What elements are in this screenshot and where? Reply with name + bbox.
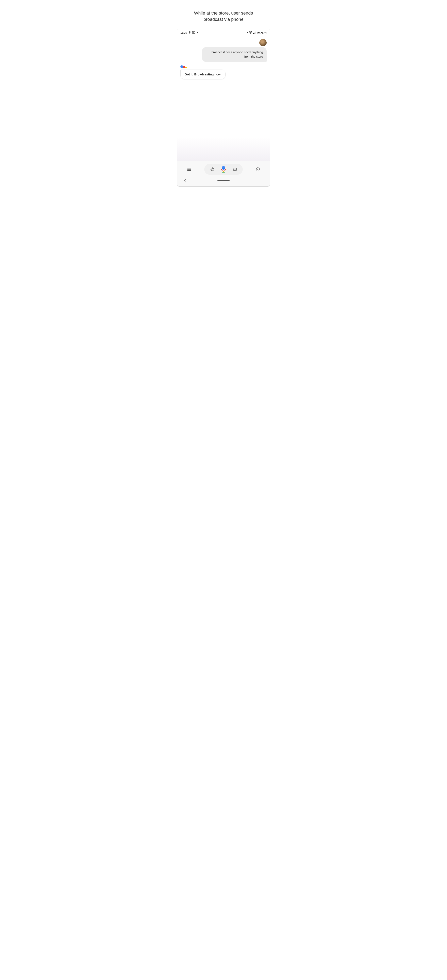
- email-icon: [192, 31, 195, 34]
- menu-icon: [187, 167, 191, 172]
- system-nav: [177, 177, 270, 185]
- status-right: 57%: [247, 31, 267, 35]
- back-arrow-icon: [184, 179, 187, 183]
- dot-blue: [180, 65, 183, 68]
- page-title: While at the store, user sends broadcast…: [194, 10, 253, 23]
- compass-icon: [256, 167, 260, 172]
- keyboard-icon-button[interactable]: [231, 165, 239, 173]
- user-message-bubble: broadcast does anyone need anything from…: [202, 47, 267, 62]
- dot-red: [183, 66, 185, 68]
- svg-rect-6: [187, 169, 191, 169]
- battery-icon: [257, 32, 261, 34]
- chat-area: broadcast does anyone need anything from…: [177, 36, 270, 137]
- bottom-gradient: [177, 137, 270, 161]
- notification-dot: [197, 32, 198, 33]
- signal-dot: [247, 32, 248, 33]
- assistant-message-container: Got it. Broadcasting now.: [180, 65, 267, 79]
- location-icon: [189, 31, 191, 34]
- microphone-button[interactable]: [219, 165, 228, 173]
- mic-pill: [204, 164, 243, 175]
- lens-icon-button[interactable]: [208, 165, 216, 173]
- svg-point-9: [212, 169, 213, 170]
- svg-rect-7: [187, 170, 191, 170]
- microphone-icon: [221, 165, 226, 173]
- assistant-message-text: Got it. Broadcasting now.: [185, 73, 221, 76]
- signal-bars-icon: [253, 31, 256, 35]
- svg-rect-17: [222, 168, 225, 169]
- lens-icon: [210, 167, 215, 172]
- status-bar: 11:20: [177, 29, 270, 36]
- home-pill[interactable]: [217, 180, 230, 181]
- avatar-image: [259, 39, 267, 46]
- svg-rect-5: [187, 168, 191, 168]
- svg-rect-1: [253, 33, 254, 34]
- battery-percent: 57%: [262, 31, 267, 34]
- wifi-icon: [249, 31, 252, 35]
- back-button[interactable]: [181, 178, 189, 184]
- user-message-text: broadcast does anyone need anything from…: [212, 50, 263, 59]
- phone-frame: 11:20: [177, 29, 270, 187]
- status-time: 11:20: [180, 31, 187, 34]
- svg-point-29: [258, 169, 258, 169]
- compass-icon-button[interactable]: [254, 165, 262, 173]
- google-assistant-dots: [180, 65, 187, 68]
- svg-point-8: [211, 168, 214, 171]
- svg-rect-4: [255, 32, 256, 34]
- user-message-container: broadcast does anyone need anything from…: [180, 39, 267, 62]
- user-avatar: [259, 39, 267, 46]
- dot-yellow: [185, 67, 187, 68]
- page-title-area: While at the store, user sends broadcast…: [186, 4, 261, 29]
- nav-actions: [177, 164, 270, 175]
- nav-bottom: [177, 161, 270, 186]
- menu-icon-button[interactable]: [185, 165, 193, 173]
- assistant-message-bubble: Got it. Broadcasting now.: [180, 70, 225, 79]
- keyboard-icon: [232, 167, 237, 172]
- svg-rect-2: [254, 33, 254, 34]
- svg-rect-3: [255, 32, 255, 34]
- battery-indicator: 57%: [257, 31, 267, 34]
